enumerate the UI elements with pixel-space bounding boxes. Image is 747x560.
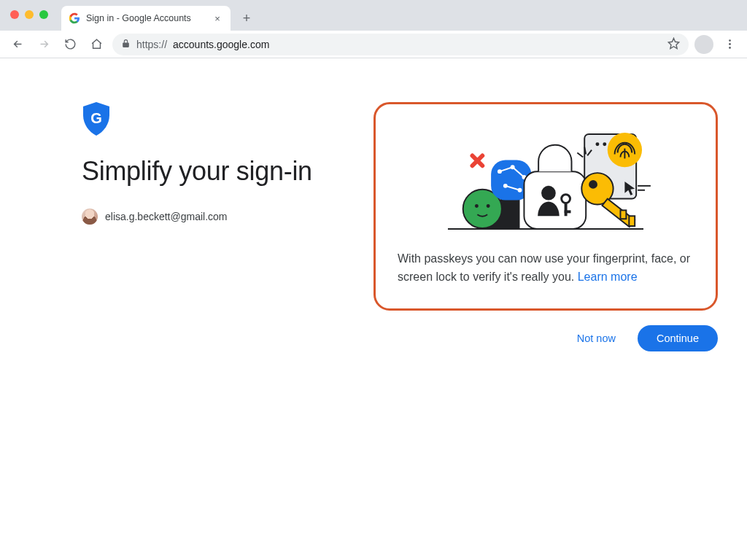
reload-button[interactable] (60, 34, 80, 55)
svg-line-8 (577, 153, 583, 158)
svg-point-2 (729, 47, 731, 49)
svg-text:G: G (90, 110, 102, 126)
page-content: G Simplify your sign-in elisa.g.beckett@… (0, 58, 747, 351)
svg-point-0 (729, 39, 731, 42)
browser-toolbar: https://accounts.google.com (0, 31, 747, 58)
passkey-illustration (398, 120, 694, 237)
svg-point-7 (603, 142, 606, 146)
back-button[interactable] (7, 34, 28, 55)
profile-avatar-button[interactable] (694, 35, 713, 54)
forward-button[interactable] (34, 34, 54, 55)
account-email: elisa.g.beckett@gmail.com (105, 211, 228, 222)
not-now-button[interactable]: Not now (568, 325, 624, 351)
minimize-window-button[interactable] (25, 10, 34, 19)
google-g-icon (69, 12, 80, 24)
fullscreen-window-button[interactable] (39, 10, 48, 19)
svg-point-31 (589, 180, 597, 189)
callout-body-text: With passkeys you can now use your finge… (398, 252, 690, 283)
account-chip[interactable]: elisa.g.beckett@gmail.com (82, 209, 228, 225)
svg-rect-28 (565, 203, 568, 217)
svg-point-13 (487, 204, 490, 208)
url-scheme: https:// (136, 39, 167, 50)
right-column: With passkeys you can now use your finge… (374, 102, 718, 351)
home-button[interactable] (86, 34, 107, 55)
browser-tabstrip: Sign in - Google Accounts × + (0, 0, 747, 31)
browser-tab[interactable]: Sign in - Google Accounts × (61, 6, 231, 31)
svg-rect-25 (524, 171, 586, 229)
svg-rect-29 (565, 210, 571, 213)
tab-title: Sign in - Google Accounts (86, 13, 206, 23)
svg-point-1 (729, 43, 731, 45)
close-tab-button[interactable]: × (212, 12, 223, 24)
bookmark-star-icon[interactable] (667, 37, 680, 52)
svg-rect-34 (620, 210, 626, 219)
svg-point-12 (475, 204, 479, 208)
svg-point-6 (595, 142, 599, 146)
url-host: accounts.google.com (173, 39, 269, 50)
kebab-menu-button[interactable] (719, 34, 740, 55)
address-bar[interactable]: https://accounts.google.com (112, 34, 689, 55)
window-controls (10, 10, 48, 19)
page-title: Simplify your sign-in (82, 156, 344, 187)
svg-point-26 (541, 186, 556, 201)
learn-more-link[interactable]: Learn more (578, 271, 638, 283)
new-tab-button[interactable]: + (236, 8, 257, 28)
action-buttons: Not now Continue (374, 325, 718, 351)
lock-icon (121, 39, 131, 50)
close-window-button[interactable] (10, 10, 19, 19)
continue-button[interactable]: Continue (638, 325, 718, 351)
shield-g-icon: G (82, 102, 111, 136)
callout-body: With passkeys you can now use your finge… (398, 250, 694, 287)
svg-rect-33 (629, 216, 635, 226)
left-column: G Simplify your sign-in elisa.g.beckett@… (82, 102, 344, 351)
user-avatar-icon (82, 209, 98, 225)
passkey-callout: With passkeys you can now use your finge… (374, 102, 718, 311)
